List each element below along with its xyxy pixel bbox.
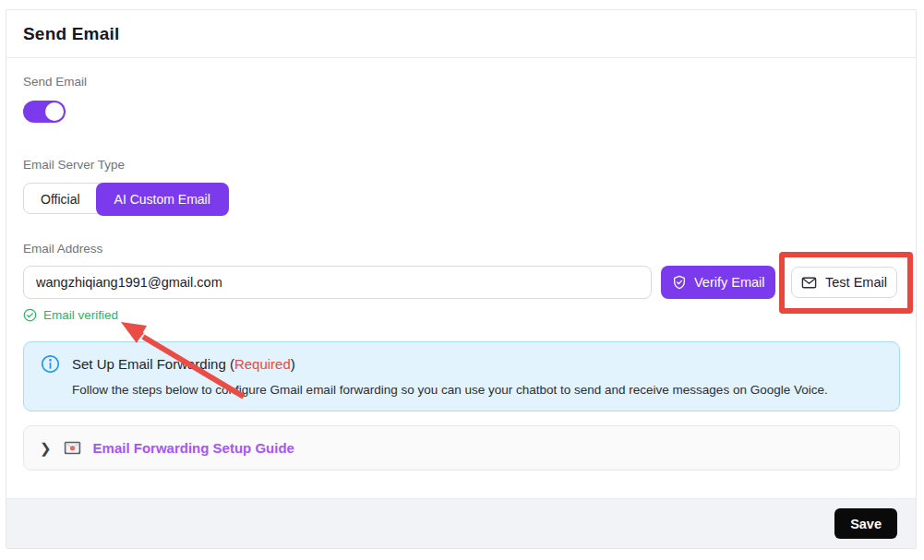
email-address-input[interactable] <box>23 266 652 299</box>
chevron-right-icon: ❯ <box>40 441 52 455</box>
envelope-icon <box>801 276 817 290</box>
server-type-option-official[interactable]: Official <box>24 184 97 215</box>
card-body: Send Email Email Server Type Official AI… <box>6 58 916 471</box>
card-header: Send Email <box>6 10 916 58</box>
card-footer: Save <box>6 498 916 548</box>
test-email-wrapper: Test Email <box>791 267 897 298</box>
info-circle-icon <box>41 354 60 374</box>
test-email-button[interactable]: Test Email <box>791 267 897 298</box>
server-type-option-ai-custom-email[interactable]: AI Custom Email <box>96 183 229 216</box>
test-email-label: Test Email <box>825 275 887 290</box>
send-email-toggle[interactable] <box>23 101 66 123</box>
email-forwarding-guide-toggle[interactable]: ❯ Email Forwarding Setup Guide <box>23 425 900 471</box>
send-email-card: Send Email Send Email Email Server Type … <box>6 9 917 549</box>
love-letter-icon <box>64 441 81 455</box>
verify-email-label: Verify Email <box>694 275 765 290</box>
email-verified-text: Email verified <box>43 308 118 322</box>
toggle-knob <box>45 102 64 121</box>
info-box-body: Follow the steps below to configure Gmai… <box>72 383 881 397</box>
info-box-title: Set Up Email Forwarding (Required) <box>72 356 295 372</box>
guide-label: Email Forwarding Setup Guide <box>93 440 294 456</box>
save-button[interactable]: Save <box>834 508 897 539</box>
check-circle-icon <box>23 308 37 322</box>
email-server-type-segmented-control: Official AI Custom Email <box>23 183 229 214</box>
email-server-type-label: Email Server Type <box>23 158 897 172</box>
email-forwarding-info-box: Set Up Email Forwarding (Required) Follo… <box>23 341 900 411</box>
email-verified-status: Email verified <box>23 308 897 322</box>
email-address-label: Email Address <box>23 242 897 256</box>
required-badge: Required <box>234 356 291 372</box>
page-title: Send Email <box>23 24 119 44</box>
email-row: Verify Email Test Email <box>23 266 897 299</box>
info-title-row: Set Up Email Forwarding (Required) <box>41 354 881 374</box>
shield-check-icon <box>672 275 687 290</box>
send-email-toggle-label: Send Email <box>23 75 897 89</box>
verify-email-button[interactable]: Verify Email <box>661 266 775 299</box>
